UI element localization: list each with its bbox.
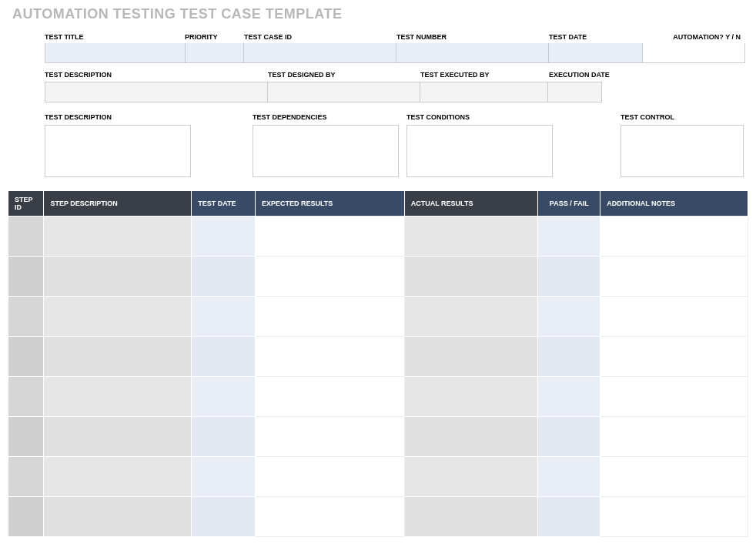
header-step-description: STEP DESCRIPTION bbox=[44, 191, 192, 217]
cell-expected-results[interactable] bbox=[255, 377, 404, 417]
cell-additional-notes[interactable] bbox=[600, 417, 748, 457]
cell-pass-fail[interactable] bbox=[538, 337, 600, 377]
steps-header-row: STEP ID STEP DESCRIPTION TEST DATE EXPEC… bbox=[8, 191, 748, 217]
cell-step-id[interactable] bbox=[8, 417, 44, 457]
header-step-id: STEP ID bbox=[8, 191, 44, 217]
cell-expected-results[interactable] bbox=[255, 457, 404, 497]
cell-additional-notes[interactable] bbox=[600, 337, 748, 377]
cell-actual-results[interactable] bbox=[404, 257, 538, 297]
field-automation[interactable] bbox=[643, 43, 744, 62]
cell-actual-results[interactable] bbox=[404, 297, 538, 337]
cell-expected-results[interactable] bbox=[255, 297, 404, 337]
header-area: TEST TITLE PRIORITY TEST CASE ID TEST NU… bbox=[8, 30, 748, 177]
cell-expected-results[interactable] bbox=[255, 217, 404, 257]
table-row bbox=[8, 457, 748, 497]
cell-test-date[interactable] bbox=[192, 257, 256, 297]
cell-step-description[interactable] bbox=[44, 257, 192, 297]
cell-step-description[interactable] bbox=[44, 417, 192, 457]
field-test-title[interactable] bbox=[45, 43, 186, 62]
cell-step-description[interactable] bbox=[44, 497, 192, 537]
cell-expected-results[interactable] bbox=[255, 257, 404, 297]
field-test-designed-by[interactable] bbox=[268, 82, 420, 102]
header-actual-results: ACTUAL RESULTS bbox=[404, 191, 538, 217]
cell-test-date[interactable] bbox=[192, 297, 256, 337]
table-row bbox=[8, 297, 748, 337]
label-test-designed-by: TEST DESIGNED BY bbox=[268, 68, 420, 82]
field-test-case-id[interactable] bbox=[244, 43, 396, 62]
cell-actual-results[interactable] bbox=[404, 497, 538, 537]
cell-step-description[interactable] bbox=[44, 217, 192, 257]
cell-test-date[interactable] bbox=[192, 417, 256, 457]
label-test-description: TEST DESCRIPTION bbox=[45, 68, 268, 82]
field-test-date[interactable] bbox=[549, 43, 644, 62]
field-test-executed-by[interactable] bbox=[420, 82, 549, 102]
cell-step-description[interactable] bbox=[44, 297, 192, 337]
cell-step-id[interactable] bbox=[8, 377, 44, 417]
cell-additional-notes[interactable] bbox=[600, 297, 748, 337]
textarea-test-dependencies[interactable] bbox=[253, 125, 399, 177]
steps-table-wrap: STEP ID STEP DESCRIPTION TEST DATE EXPEC… bbox=[8, 191, 748, 537]
cell-step-description[interactable] bbox=[44, 337, 192, 377]
label-execution-date: EXECUTION DATE bbox=[549, 68, 644, 82]
cell-pass-fail[interactable] bbox=[538, 297, 600, 337]
cell-test-date[interactable] bbox=[192, 217, 256, 257]
header-test-date: TEST DATE bbox=[192, 191, 256, 217]
cell-pass-fail[interactable] bbox=[538, 497, 600, 537]
header-additional-notes: ADDITIONAL NOTES bbox=[600, 191, 748, 217]
cell-step-description[interactable] bbox=[44, 377, 192, 417]
cell-actual-results[interactable] bbox=[404, 337, 538, 377]
cell-pass-fail[interactable] bbox=[538, 417, 600, 457]
cell-step-id[interactable] bbox=[8, 457, 44, 497]
table-row bbox=[8, 417, 748, 457]
cell-pass-fail[interactable] bbox=[538, 217, 600, 257]
table-row bbox=[8, 217, 748, 257]
cell-expected-results[interactable] bbox=[255, 337, 404, 377]
cell-additional-notes[interactable] bbox=[600, 377, 748, 417]
cell-step-id[interactable] bbox=[8, 217, 44, 257]
field-test-number[interactable] bbox=[396, 43, 549, 62]
textarea-test-description[interactable] bbox=[45, 125, 191, 177]
textarea-test-control[interactable] bbox=[621, 125, 744, 177]
header2-labels: TEST DESCRIPTION TEST DESIGNED BY TEST E… bbox=[45, 68, 748, 82]
cell-step-id[interactable] bbox=[8, 297, 44, 337]
field-priority[interactable] bbox=[186, 43, 245, 62]
label-box-conditions: TEST CONDITIONS bbox=[406, 113, 553, 125]
cell-actual-results[interactable] bbox=[404, 377, 538, 417]
label-test-title: TEST TITLE bbox=[45, 30, 185, 44]
cell-additional-notes[interactable] bbox=[600, 257, 748, 297]
textarea-test-conditions[interactable] bbox=[406, 125, 553, 177]
cell-pass-fail[interactable] bbox=[538, 257, 600, 297]
cell-step-description[interactable] bbox=[44, 457, 192, 497]
cell-additional-notes[interactable] bbox=[600, 457, 748, 497]
header-pass-fail: PASS / FAIL bbox=[538, 191, 600, 217]
cell-pass-fail[interactable] bbox=[538, 377, 600, 417]
label-test-case-id: TEST CASE ID bbox=[244, 30, 396, 44]
cell-step-id[interactable] bbox=[8, 337, 44, 377]
cell-additional-notes[interactable] bbox=[600, 217, 748, 257]
field-execution-date[interactable] bbox=[548, 82, 601, 102]
cell-step-id[interactable] bbox=[8, 257, 44, 297]
header2-fields bbox=[45, 82, 602, 102]
label-box-dependencies: TEST DEPENDENCIES bbox=[253, 113, 399, 125]
template-page: AUTOMATION TESTING TEST CASE TEMPLATE TE… bbox=[0, 0, 756, 545]
textarea-boxes: TEST DESCRIPTION TEST DEPENDENCIES TEST … bbox=[45, 113, 748, 177]
cell-pass-fail[interactable] bbox=[538, 457, 600, 497]
cell-expected-results[interactable] bbox=[255, 417, 404, 457]
cell-actual-results[interactable] bbox=[404, 217, 538, 257]
cell-expected-results[interactable] bbox=[255, 497, 404, 537]
cell-additional-notes[interactable] bbox=[600, 497, 748, 537]
cell-test-date[interactable] bbox=[192, 377, 256, 417]
cell-test-date[interactable] bbox=[192, 337, 256, 377]
field-test-description-short[interactable] bbox=[45, 82, 268, 102]
table-row bbox=[8, 257, 748, 297]
label-box-control: TEST CONTROL bbox=[621, 113, 744, 125]
header-expected-results: EXPECTED RESULTS bbox=[255, 191, 404, 217]
header1-fields bbox=[45, 43, 745, 63]
cell-test-date[interactable] bbox=[192, 457, 256, 497]
cell-actual-results[interactable] bbox=[404, 457, 538, 497]
cell-test-date[interactable] bbox=[192, 497, 256, 537]
label-test-executed-by: TEST EXECUTED BY bbox=[420, 68, 549, 82]
table-row bbox=[8, 337, 748, 377]
cell-step-id[interactable] bbox=[8, 497, 44, 537]
cell-actual-results[interactable] bbox=[404, 417, 538, 457]
